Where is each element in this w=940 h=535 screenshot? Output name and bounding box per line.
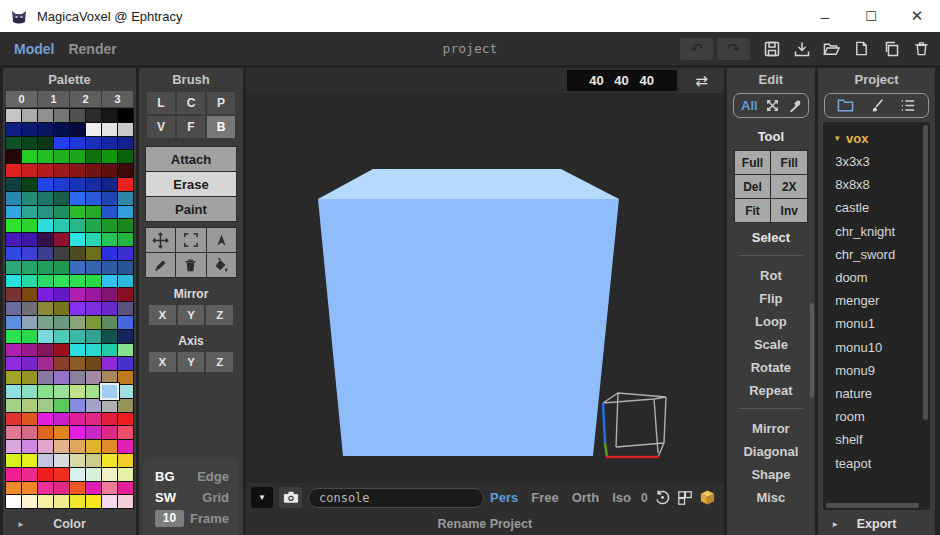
palette-swatch[interactable] bbox=[6, 495, 21, 508]
palette-swatch[interactable] bbox=[118, 413, 133, 426]
palette-swatch[interactable] bbox=[86, 233, 101, 246]
brush-mode-v[interactable]: V bbox=[147, 116, 175, 138]
palette-swatch[interactable] bbox=[118, 288, 133, 301]
palette-swatch[interactable] bbox=[118, 440, 133, 453]
palette-swatch[interactable] bbox=[102, 440, 117, 453]
palette-swatch[interactable] bbox=[118, 137, 133, 150]
palette-swatch[interactable] bbox=[6, 164, 21, 177]
palette-swatch[interactable] bbox=[86, 495, 101, 508]
project-file-menger[interactable]: menger bbox=[823, 289, 930, 312]
palette-swatch[interactable] bbox=[54, 357, 69, 370]
palette-swatch[interactable] bbox=[54, 371, 69, 384]
palette-swatch[interactable] bbox=[54, 482, 69, 495]
brush-mode-b[interactable]: B bbox=[207, 116, 235, 138]
palette-swatch[interactable] bbox=[54, 178, 69, 191]
palette-swatch[interactable] bbox=[6, 357, 21, 370]
palette-swatch[interactable] bbox=[54, 275, 69, 288]
edit-tool-2x[interactable]: 2X bbox=[771, 175, 807, 198]
palette-swatch[interactable] bbox=[70, 330, 85, 343]
palette-swatch[interactable] bbox=[102, 150, 117, 163]
palette-swatch[interactable] bbox=[70, 123, 85, 136]
palette-swatch[interactable] bbox=[6, 399, 21, 412]
palette-swatch[interactable] bbox=[38, 357, 53, 370]
palette-swatch[interactable] bbox=[102, 178, 117, 191]
palette-swatch[interactable] bbox=[54, 123, 69, 136]
palette-swatch[interactable] bbox=[38, 137, 53, 150]
screenshot-button[interactable] bbox=[279, 487, 302, 508]
palette-swatch[interactable] bbox=[22, 426, 37, 439]
project-file-chr-knight[interactable]: chr_knight bbox=[823, 220, 930, 243]
brush-action-attach[interactable]: Attach bbox=[146, 147, 236, 171]
palette-swatch[interactable] bbox=[22, 385, 37, 398]
palette-swatch[interactable] bbox=[38, 164, 53, 177]
palette-swatch[interactable] bbox=[54, 454, 69, 467]
palette-swatch[interactable] bbox=[38, 288, 53, 301]
palette-swatch[interactable] bbox=[86, 482, 101, 495]
palette-swatch[interactable] bbox=[54, 426, 69, 439]
palette-swatch[interactable] bbox=[70, 357, 85, 370]
palette-swatch-selected[interactable] bbox=[102, 385, 117, 398]
palette-swatch[interactable] bbox=[6, 413, 21, 426]
palette-swatch[interactable] bbox=[118, 233, 133, 246]
brush-action-erase[interactable]: Erase bbox=[146, 172, 236, 196]
palette-swatch[interactable] bbox=[118, 495, 133, 508]
minimize-button[interactable]: – bbox=[802, 0, 848, 32]
palette-swatch[interactable] bbox=[70, 344, 85, 357]
palette-swatch[interactable] bbox=[102, 288, 117, 301]
list-icon[interactable] bbox=[900, 98, 916, 113]
palette-swatch[interactable] bbox=[22, 150, 37, 163]
palette-swatch[interactable] bbox=[38, 413, 53, 426]
palette-swatch[interactable] bbox=[54, 495, 69, 508]
reset-rotation-button[interactable] bbox=[654, 489, 671, 506]
brush-icon[interactable] bbox=[869, 98, 885, 114]
palette-swatch[interactable] bbox=[22, 247, 37, 260]
palette-swatch[interactable] bbox=[22, 275, 37, 288]
palette-swatch[interactable] bbox=[102, 192, 117, 205]
edit-action-rot[interactable]: Rot bbox=[727, 264, 816, 287]
palette-swatch[interactable] bbox=[54, 440, 69, 453]
palette-swatch[interactable] bbox=[22, 399, 37, 412]
palette-swatch[interactable] bbox=[102, 123, 117, 136]
fill-tool-button[interactable] bbox=[207, 253, 236, 277]
edit-tool-del[interactable]: Del bbox=[735, 175, 771, 198]
palette-swatch[interactable] bbox=[118, 192, 133, 205]
edit-action-diagonal[interactable]: Diagonal bbox=[727, 440, 816, 463]
palette-swatch[interactable] bbox=[38, 371, 53, 384]
picker-tool-button[interactable] bbox=[146, 253, 175, 277]
edit-scrollbar[interactable] bbox=[810, 303, 814, 398]
palette-swatch[interactable] bbox=[70, 454, 85, 467]
move-tool-button[interactable] bbox=[146, 228, 175, 252]
project-file-doom[interactable]: doom bbox=[823, 266, 930, 289]
palette-swatch[interactable] bbox=[54, 109, 69, 122]
palette-swatch[interactable] bbox=[22, 109, 37, 122]
palette-swatch[interactable] bbox=[6, 109, 21, 122]
edit-tool-full[interactable]: Full bbox=[735, 151, 771, 174]
palette-swatch[interactable] bbox=[70, 302, 85, 315]
palette-swatch[interactable] bbox=[118, 302, 133, 315]
console-input[interactable]: console bbox=[308, 488, 484, 508]
palette-swatch[interactable] bbox=[86, 385, 101, 398]
edit-action-misc[interactable]: Misc bbox=[727, 486, 816, 509]
rename-project-button[interactable]: Rename Project bbox=[246, 512, 724, 535]
palette-swatch[interactable] bbox=[38, 247, 53, 260]
palette-swatch[interactable] bbox=[102, 330, 117, 343]
palette-tab-0[interactable]: 0 bbox=[6, 91, 37, 107]
palette-swatch[interactable] bbox=[86, 109, 101, 122]
palette-swatch[interactable] bbox=[54, 288, 69, 301]
palette-swatch[interactable] bbox=[22, 357, 37, 370]
palette-swatch[interactable] bbox=[22, 482, 37, 495]
palette-swatch[interactable] bbox=[22, 178, 37, 191]
palette-swatch[interactable] bbox=[102, 468, 117, 481]
palette-swatch[interactable] bbox=[54, 330, 69, 343]
palette-swatch[interactable] bbox=[102, 219, 117, 232]
palette-swatch[interactable] bbox=[54, 137, 69, 150]
palette-swatch[interactable] bbox=[102, 137, 117, 150]
palette-swatch[interactable] bbox=[6, 344, 21, 357]
cursor-tool-button[interactable] bbox=[207, 228, 236, 252]
palette-swatch[interactable] bbox=[102, 261, 117, 274]
canvas-3d[interactable] bbox=[246, 93, 724, 483]
palette-swatch[interactable] bbox=[54, 164, 69, 177]
palette-swatch[interactable] bbox=[70, 206, 85, 219]
palette-swatch[interactable] bbox=[38, 206, 53, 219]
palette-swatch[interactable] bbox=[6, 426, 21, 439]
